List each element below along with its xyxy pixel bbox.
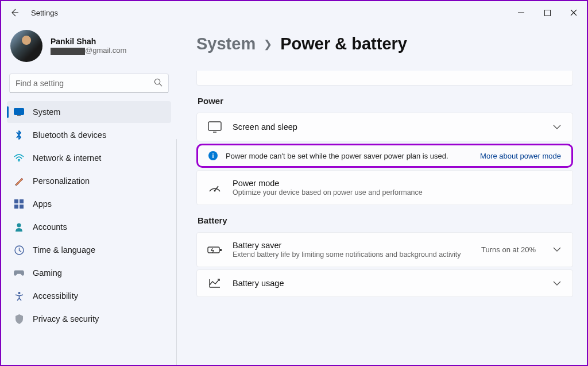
nav-item-gaming[interactable]: Gaming [7,262,171,284]
nav-label: System [33,107,60,117]
breadcrumb-parent[interactable]: System [196,34,256,53]
personalization-icon [14,176,24,186]
svg-rect-0 [544,10,550,16]
power-mode-icon [207,183,222,193]
section-battery-title: Battery [198,215,573,225]
accounts-icon [14,222,24,232]
svg-rect-14 [212,155,214,158]
privacy-icon [14,314,24,324]
card-status: Turns on at 20% [481,245,536,254]
minimize-button[interactable] [508,1,534,24]
nav-label: Accounts [33,222,67,232]
network-icon [14,153,24,163]
card-screen-sleep[interactable]: Screen and sleep [196,113,573,141]
card-power-mode[interactable]: Power mode Optimize your device based on… [196,170,573,205]
nav-label: Gaming [33,268,62,278]
svg-point-4 [18,160,20,161]
nav-item-apps[interactable]: Apps [7,193,171,215]
window-title: Settings [31,9,58,17]
screen-icon [207,121,222,133]
nav-label: Bluetooth & devices [33,130,106,140]
card-title: Screen and sleep [233,122,541,132]
bluetooth-icon [14,130,24,140]
sidebar-divider [176,139,177,365]
nav-item-accessibility[interactable]: Accessibility [7,285,171,307]
info-icon [208,151,218,160]
svg-rect-16 [208,247,219,253]
svg-rect-6 [20,199,24,203]
nav-label: Privacy & security [33,314,99,323]
chevron-down-icon [552,125,562,130]
nav-label: Network & internet [33,153,101,163]
nav-item-privacy[interactable]: Privacy & security [7,308,171,330]
card-title: Battery saver [233,241,471,250]
profile-block[interactable]: Pankil Shah @gmail.com [7,24,171,74]
card-battery-usage[interactable]: Battery usage [196,269,573,297]
breadcrumb-current: Power & battery [280,34,407,53]
collapsed-panel-stub [196,71,573,86]
profile-email: @gmail.com [51,46,126,55]
card-title: Power mode [233,179,562,188]
chevron-down-icon [552,247,562,252]
accessibility-icon [14,291,24,301]
battery-usage-icon [207,278,222,288]
nav-item-time-language[interactable]: Time & language [7,239,171,261]
nav-item-system[interactable]: System [7,101,171,123]
nav-label: Personalization [33,176,90,186]
nav-item-personalization[interactable]: Personalization [7,170,171,192]
system-icon [14,107,24,117]
window-controls [508,1,587,24]
card-battery-saver[interactable]: Battery saver Extend battery life by lim… [196,232,573,267]
info-callout: Power mode can't be set while the power … [196,144,573,168]
svg-rect-2 [14,109,24,115]
sidebar: Pankil Shah @gmail.com System Bluetooth … [1,24,177,365]
nav-label: Time & language [33,245,95,255]
avatar [10,30,42,62]
svg-rect-5 [14,199,18,203]
content-area: System ❯ Power & battery Power Screen an… [177,24,587,365]
nav-label: Accessibility [33,291,78,300]
time-language-icon [14,245,24,255]
search-field[interactable] [16,79,154,88]
nav-list: System Bluetooth & devices Network & int… [7,101,171,330]
svg-rect-3 [17,115,21,116]
breadcrumb: System ❯ Power & battery [196,34,573,53]
maximize-button[interactable] [534,1,560,24]
svg-rect-17 [220,249,222,251]
info-text: Power mode can't be set while the power … [226,152,472,160]
search-input[interactable] [9,74,169,93]
section-power-title: Power [198,96,573,106]
svg-point-11 [18,292,20,294]
nav-item-network[interactable]: Network & internet [7,147,171,169]
chevron-right-icon: ❯ [264,38,272,51]
svg-point-13 [212,153,214,155]
close-button[interactable] [560,1,587,24]
apps-icon [14,199,24,209]
nav-label: Apps [33,199,52,209]
battery-saver-icon [207,245,222,255]
nav-item-accounts[interactable]: Accounts [7,216,171,238]
search-icon [154,78,163,89]
back-button[interactable] [6,8,23,17]
svg-rect-8 [20,205,24,209]
card-title: Battery usage [233,279,541,288]
card-subtitle: Extend battery life by limiting some not… [233,251,471,259]
gaming-icon [14,268,24,278]
svg-point-1 [154,79,160,84]
svg-point-9 [17,224,21,228]
info-link[interactable]: More about power mode [480,152,561,160]
svg-rect-7 [14,205,18,209]
titlebar: Settings [1,1,587,24]
svg-rect-12 [208,122,221,130]
nav-item-bluetooth[interactable]: Bluetooth & devices [7,124,171,146]
chevron-down-icon [552,281,562,286]
profile-name: Pankil Shah [51,37,126,46]
card-subtitle: Optimize your device based on power use … [233,188,562,197]
